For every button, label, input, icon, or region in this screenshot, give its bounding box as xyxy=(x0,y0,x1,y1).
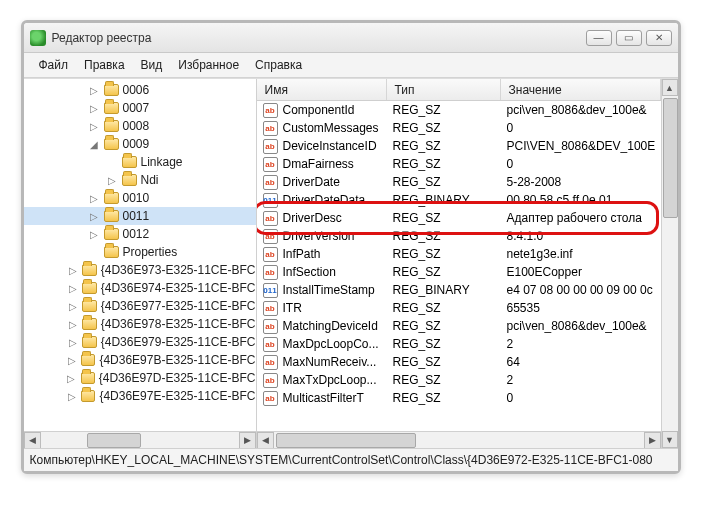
value-data: 5-28-2008 xyxy=(501,175,661,189)
value-data: 64 xyxy=(501,355,661,369)
tree-node[interactable]: Linkage xyxy=(24,153,256,171)
tree-node[interactable]: ▷0007 xyxy=(24,99,256,117)
value-row[interactable]: abMaxDpcLoopCo...REG_SZ2 xyxy=(257,335,661,353)
list-body[interactable]: abComponentIdREG_SZpci\ven_8086&dev_100e… xyxy=(257,101,661,431)
tree-hscrollbar[interactable]: ◀ ▶ xyxy=(24,431,256,448)
value-row[interactable]: abDmaFairnessREG_SZ0 xyxy=(257,155,661,173)
expander-icon[interactable]: ▷ xyxy=(106,175,118,186)
list-vscrollbar[interactable]: ▲ ▼ xyxy=(661,79,678,448)
titlebar[interactable]: Редактор реестра — ▭ ✕ xyxy=(24,23,678,53)
menu-вид[interactable]: Вид xyxy=(134,56,170,74)
tree-node[interactable]: Properties xyxy=(24,243,256,261)
expander-icon[interactable]: ▷ xyxy=(67,319,78,330)
scroll-thumb[interactable] xyxy=(87,433,141,448)
tree-node[interactable]: ◢0009 xyxy=(24,135,256,153)
value-row[interactable]: abDriverDateREG_SZ5-28-2008 xyxy=(257,173,661,191)
expander-icon[interactable]: ▷ xyxy=(66,373,77,384)
expander-icon[interactable]: ▷ xyxy=(66,391,77,402)
tree-label: {4D36E977-E325-11CE-BFC xyxy=(101,299,256,313)
value-row[interactable]: abInfPathREG_SZnete1g3e.inf xyxy=(257,245,661,263)
expander-icon[interactable]: ▷ xyxy=(88,229,100,240)
value-row[interactable]: abComponentIdREG_SZpci\ven_8086&dev_100e… xyxy=(257,101,661,119)
folder-icon xyxy=(122,156,137,168)
col-header-value[interactable]: Значение xyxy=(501,79,661,100)
expander-icon[interactable]: ▷ xyxy=(88,85,100,96)
scroll-track[interactable] xyxy=(274,432,644,449)
registry-tree[interactable]: ▷0006▷0007▷0008◢0009 Linkage▷Ndi▷0010▷00… xyxy=(24,79,256,431)
close-button[interactable]: ✕ xyxy=(646,30,672,46)
tree-node[interactable]: ▷0010 xyxy=(24,189,256,207)
folder-icon xyxy=(82,300,96,312)
value-data: Адаптер рабочего стола xyxy=(501,211,661,225)
tree-node[interactable]: ▷{4D36E974-E325-11CE-BFC xyxy=(24,279,256,297)
value-row[interactable]: abInfSectionREG_SZE100ECopper xyxy=(257,263,661,281)
tree-label: Linkage xyxy=(141,155,183,169)
folder-icon xyxy=(104,246,119,258)
list-hscrollbar[interactable]: ◀ ▶ xyxy=(257,431,661,448)
value-row[interactable]: abDeviceInstanceIDREG_SZPCI\VEN_8086&DEV… xyxy=(257,137,661,155)
value-row[interactable]: 011DriverDateDataREG_BINARY00 80 58 c5 f… xyxy=(257,191,661,209)
expander-icon[interactable]: ▷ xyxy=(88,193,100,204)
scroll-down-arrow[interactable]: ▼ xyxy=(662,431,678,448)
col-header-name[interactable]: Имя xyxy=(257,79,387,100)
menu-правка[interactable]: Правка xyxy=(77,56,132,74)
scroll-track[interactable] xyxy=(41,432,239,449)
tree-node[interactable]: ▷{4D36E97B-E325-11CE-BFC xyxy=(24,351,256,369)
value-row[interactable]: abMatchingDeviceIdREG_SZpci\ven_8086&dev… xyxy=(257,317,661,335)
tree-node[interactable]: ▷0011 xyxy=(24,207,256,225)
expander-icon[interactable]: ▷ xyxy=(67,337,78,348)
tree-node[interactable]: ▷{4D36E977-E325-11CE-BFC xyxy=(24,297,256,315)
scroll-thumb[interactable] xyxy=(276,433,416,448)
tree-label: {4D36E979-E325-11CE-BFC xyxy=(101,335,256,349)
value-row[interactable]: 011InstallTimeStampREG_BINARYe4 07 08 00… xyxy=(257,281,661,299)
tree-node[interactable]: ▷{4D36E978-E325-11CE-BFC xyxy=(24,315,256,333)
folder-icon xyxy=(81,390,95,402)
expander-icon[interactable]: ▷ xyxy=(88,103,100,114)
expander-icon[interactable]: ▷ xyxy=(67,301,78,312)
scroll-up-arrow[interactable]: ▲ xyxy=(662,79,678,96)
value-type: REG_BINARY xyxy=(387,193,501,207)
menu-файл[interactable]: Файл xyxy=(32,56,76,74)
value-data: 65535 xyxy=(501,301,661,315)
value-row[interactable]: abCustomMessagesREG_SZ0 xyxy=(257,119,661,137)
minimize-button[interactable]: — xyxy=(586,30,612,46)
expander-icon[interactable]: ▷ xyxy=(88,121,100,132)
value-name: InfPath xyxy=(283,247,321,261)
tree-node[interactable]: ▷Ndi xyxy=(24,171,256,189)
scroll-left-arrow[interactable]: ◀ xyxy=(24,432,41,449)
expander-icon[interactable]: ▷ xyxy=(88,211,100,222)
value-data: 0 xyxy=(501,391,661,405)
tree-node[interactable]: ▷0012 xyxy=(24,225,256,243)
maximize-button[interactable]: ▭ xyxy=(616,30,642,46)
expander-icon[interactable]: ▷ xyxy=(67,265,78,276)
value-row[interactable]: abMaxTxDpcLoop...REG_SZ2 xyxy=(257,371,661,389)
value-row[interactable]: abITRREG_SZ65535 xyxy=(257,299,661,317)
expander-icon[interactable]: ◢ xyxy=(88,139,100,150)
menu-справка[interactable]: Справка xyxy=(248,56,309,74)
value-type: REG_SZ xyxy=(387,139,501,153)
value-row[interactable]: abDriverVersionREG_SZ8.4.1.0 xyxy=(257,227,661,245)
scroll-track[interactable] xyxy=(662,96,678,431)
value-type: REG_SZ xyxy=(387,319,501,333)
value-data: pci\ven_8086&dev_100e& xyxy=(501,319,661,333)
expander-icon[interactable]: ▷ xyxy=(67,283,78,294)
tree-node[interactable]: ▷{4D36E97D-E325-11CE-BFC xyxy=(24,369,256,387)
value-row[interactable]: abDriverDescREG_SZАдаптер рабочего стола xyxy=(257,209,661,227)
col-header-type[interactable]: Тип xyxy=(387,79,501,100)
scroll-left-arrow[interactable]: ◀ xyxy=(257,432,274,449)
value-type: REG_SZ xyxy=(387,229,501,243)
expander-icon[interactable]: ▷ xyxy=(66,355,77,366)
scroll-thumb[interactable] xyxy=(663,98,678,218)
tree-node[interactable]: ▷{4D36E973-E325-11CE-BFC xyxy=(24,261,256,279)
menu-избранное[interactable]: Избранное xyxy=(171,56,246,74)
string-value-icon: ab xyxy=(263,175,278,190)
tree-node[interactable]: ▷0008 xyxy=(24,117,256,135)
scroll-right-arrow[interactable]: ▶ xyxy=(644,432,661,449)
folder-icon xyxy=(104,210,119,222)
value-row[interactable]: abMulticastFilterTREG_SZ0 xyxy=(257,389,661,407)
value-row[interactable]: abMaxNumReceiv...REG_SZ64 xyxy=(257,353,661,371)
scroll-right-arrow[interactable]: ▶ xyxy=(239,432,256,449)
tree-node[interactable]: ▷{4D36E979-E325-11CE-BFC xyxy=(24,333,256,351)
tree-node[interactable]: ▷0006 xyxy=(24,81,256,99)
tree-node[interactable]: ▷{4D36E97E-E325-11CE-BFC xyxy=(24,387,256,405)
